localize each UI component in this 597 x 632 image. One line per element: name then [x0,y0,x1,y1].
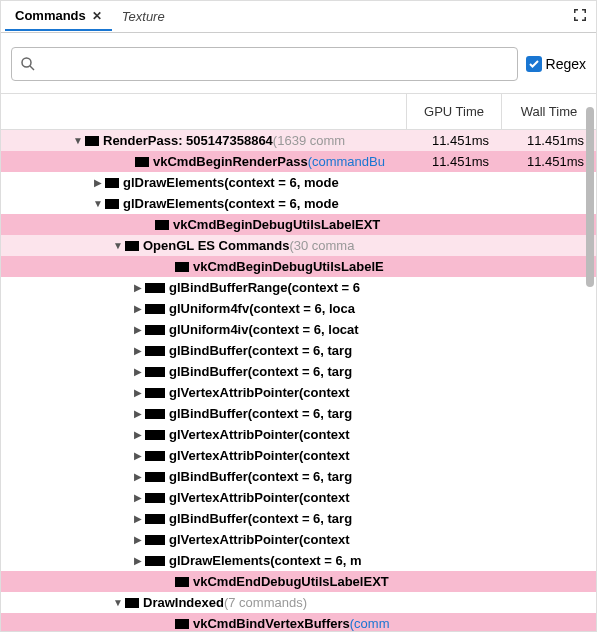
chevron-right-icon[interactable]: ▶ [131,471,145,482]
table-row[interactable]: ▶glVertexAttribPointer(context [1,382,596,403]
table-row[interactable]: ▶glDrawElements(context = 6, mode [1,172,596,193]
table-row[interactable]: ▶glVertexAttribPointer(context [1,445,596,466]
row-label: glBindBufferRange(context = 6 [169,280,360,295]
chevron-right-icon[interactable]: ▶ [131,282,145,293]
chevron-right-icon[interactable]: ▶ [131,429,145,440]
row-link[interactable]: (commandBu [308,154,385,169]
row-suffix: (7 commands) [224,595,307,610]
search-box[interactable] [11,47,518,81]
tab-commands[interactable]: Commands ✕ [5,2,112,31]
tab-commands-label: Commands [15,8,86,23]
table-row[interactable]: ▶glVertexAttribPointer(context [1,529,596,550]
table-row[interactable]: ▼RenderPass: 505147358864 (1639 comm11.4… [1,130,596,151]
row-label: glVertexAttribPointer(context [169,448,350,463]
redacted-icon [145,367,165,377]
row-label: glVertexAttribPointer(context [169,385,350,400]
search-input[interactable] [42,56,509,72]
table-row[interactable]: ▶glBindBuffer(context = 6, targ [1,403,596,424]
row-label: vkCmdBindVertexBuffers [193,616,350,631]
chevron-down-icon[interactable]: ▼ [111,597,125,608]
table-row[interactable]: ▶glUniform4iv(context = 6, locat [1,319,596,340]
table-row[interactable]: ▼DrawIndexed (7 commands) [1,592,596,613]
row-label: glBindBuffer(context = 6, targ [169,364,352,379]
row-name-cell: ▼RenderPass: 505147358864 (1639 comm [1,133,406,148]
redacted-icon [145,472,165,482]
chevron-right-icon[interactable]: ▶ [131,303,145,314]
table-row[interactable]: vkCmdBeginDebugUtilsLabelE [1,256,596,277]
table-row[interactable]: ▶glVertexAttribPointer(context [1,487,596,508]
table-row[interactable]: vkCmdBindVertexBuffers(comm [1,613,596,632]
row-name-cell: ▶glUniform4iv(context = 6, locat [1,322,406,337]
chevron-right-icon[interactable]: ▶ [131,345,145,356]
row-label: glDrawElements(context = 6, m [169,553,362,568]
row-name-cell: vkCmdBeginDebugUtilsLabelEXT [1,217,406,232]
row-label: glBindBuffer(context = 6, targ [169,406,352,421]
row-name-cell: ▶glUniform4fv(context = 6, loca [1,301,406,316]
row-label: vkCmdEndDebugUtilsLabelEXT [193,574,389,589]
table-row[interactable]: vkCmdBeginDebugUtilsLabelEXT [1,214,596,235]
row-name-cell: ▶glDrawElements(context = 6, m [1,553,406,568]
table-row[interactable]: ▶glBindBufferRange(context = 6 [1,277,596,298]
table-row[interactable]: ▶glVertexAttribPointer(context [1,424,596,445]
table-body[interactable]: ▼RenderPass: 505147358864 (1639 comm11.4… [1,130,596,632]
gpu-time-cell: 11.451ms [406,133,501,148]
row-label: vkCmdBeginDebugUtilsLabelE [193,259,384,274]
redacted-icon [145,304,165,314]
redacted-icon [145,451,165,461]
chevron-right-icon[interactable]: ▶ [131,366,145,377]
chevron-down-icon[interactable]: ▼ [91,198,105,209]
chevron-right-icon[interactable]: ▶ [131,408,145,419]
table-row[interactable]: ▶glBindBuffer(context = 6, targ [1,340,596,361]
row-link[interactable]: (comm [350,616,390,631]
chevron-right-icon[interactable]: ▶ [131,555,145,566]
table-row[interactable]: ▶glBindBuffer(context = 6, targ [1,361,596,382]
table-row[interactable]: ▼OpenGL ES Commands (30 comma [1,235,596,256]
col-wall-time[interactable]: Wall Time [501,94,596,129]
col-gpu-time[interactable]: GPU Time [406,94,501,129]
redacted-icon [135,157,149,167]
redacted-icon [175,577,189,587]
row-label: glBindBuffer(context = 6, targ [169,343,352,358]
chevron-right-icon[interactable]: ▶ [131,324,145,335]
row-label: glBindBuffer(context = 6, targ [169,511,352,526]
close-icon[interactable]: ✕ [92,9,102,23]
row-label: OpenGL ES Commands [143,238,289,253]
table-row[interactable]: ▶glBindBuffer(context = 6, targ [1,466,596,487]
chevron-right-icon[interactable]: ▶ [131,534,145,545]
row-name-cell: ▶glBindBuffer(context = 6, targ [1,343,406,358]
col-name [1,94,406,129]
fullscreen-icon[interactable] [572,7,588,26]
table-row[interactable]: ▶glUniform4fv(context = 6, loca [1,298,596,319]
table-row[interactable]: ▼glDrawElements(context = 6, mode [1,193,596,214]
chevron-down-icon[interactable]: ▼ [111,240,125,251]
regex-toggle[interactable]: Regex [526,56,586,72]
svg-point-0 [22,58,31,67]
row-label: glVertexAttribPointer(context [169,532,350,547]
chevron-right-icon[interactable]: ▶ [131,492,145,503]
table-row[interactable]: vkCmdBeginRenderPass(commandBu11.451ms11… [1,151,596,172]
chevron-right-icon[interactable]: ▶ [91,177,105,188]
chevron-right-icon[interactable]: ▶ [131,513,145,524]
redacted-icon [175,619,189,629]
chevron-right-icon[interactable]: ▶ [131,387,145,398]
redacted-icon [175,262,189,272]
redacted-icon [145,430,165,440]
tab-texture-label: Texture [122,9,165,24]
scrollbar-thumb[interactable] [586,107,594,287]
row-name-cell: ▶glBindBuffer(context = 6, targ [1,364,406,379]
table-row[interactable]: vkCmdEndDebugUtilsLabelEXT [1,571,596,592]
table-row[interactable]: ▶glDrawElements(context = 6, m [1,550,596,571]
row-name-cell: vkCmdEndDebugUtilsLabelEXT [1,574,406,589]
row-name-cell: ▶glDrawElements(context = 6, mode [1,175,406,190]
tab-texture[interactable]: Texture [112,3,175,30]
row-label: vkCmdBeginDebugUtilsLabelEXT [173,217,380,232]
search-icon [20,56,36,72]
redacted-icon [145,283,165,293]
chevron-right-icon[interactable]: ▶ [131,450,145,461]
row-name-cell: vkCmdBindVertexBuffers(comm [1,616,406,631]
chevron-down-icon[interactable]: ▼ [71,135,85,146]
scrollbar-track[interactable] [584,81,596,621]
row-label: glBindBuffer(context = 6, targ [169,469,352,484]
table-row[interactable]: ▶glBindBuffer(context = 6, targ [1,508,596,529]
row-name-cell: ▶glBindBuffer(context = 6, targ [1,406,406,421]
